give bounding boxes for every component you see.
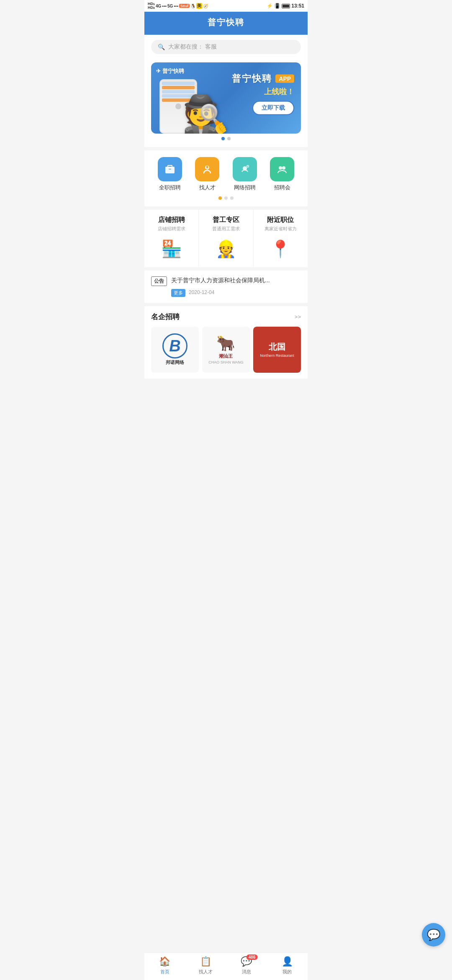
sim-icon: 📳 [274,3,280,9]
announcement-section: 公告 关于普宁市人力资源和社会保障局机... 更多 2020-12-04 [144,271,308,303]
network-4g: 4G [156,4,161,8]
app-title: 普宁快聘 [151,17,301,28]
svg-rect-2 [169,169,171,170]
signal-bars: ▪▪▪ [162,4,167,8]
quick-link-worker-img: 👷 [211,236,241,261]
soul-badge: Soul [179,4,190,8]
announcement-more[interactable]: 更多 [171,289,185,297]
bluetooth-icon: ⚡ [267,3,273,9]
nav-icon: 🧭 [203,4,208,8]
cat-dot-2[interactable] [224,196,228,200]
meituan-icon: 美 [196,3,202,9]
quick-link-nearby-sub: 离家近省时省力 [265,226,297,232]
beiguo-sub-text: Northern Restaurant [260,353,294,358]
company-bango[interactable]: B 邦诺网络 [151,327,199,373]
beiguo-name-text: 北国 [269,341,285,353]
cat-dot-3[interactable] [230,196,234,200]
cat-fulltime-label: 全职招聘 [159,184,181,191]
battery-icon [282,4,290,8]
cat-jobfair[interactable]: 招聘会 [270,157,294,191]
announcement-content: 关于普宁市人力资源和社会保障局机... 更多 2020-12-04 [171,276,301,297]
cat-online-label: 网络招聘 [234,184,256,191]
character-emoji: 🕵️ [182,96,229,134]
chaoshanwang-logo: 🐂 潮汕王 CHAO SHAN WANG [202,327,250,373]
svg-point-7 [247,166,248,167]
quick-link-shop-sub: 店铺招聘需求 [158,226,185,232]
category-dots [151,196,301,200]
announcement-date: 2020-12-04 [189,289,214,295]
quick-link-shop[interactable]: 店铺招聘 店铺招聘需求 🏪 [144,210,199,267]
banner-logo: ✈ 普宁快聘 [156,67,184,75]
status-left: HD₁HD₂ 4G ▪▪▪ 5G ▪▪▪ Soul 🐧 美 🧭 [148,2,208,10]
svg-point-8 [279,166,282,170]
famous-title: 名企招聘 [151,312,180,322]
quick-link-nearby-img: 📍 [266,236,295,261]
famous-header: 名企招聘 >> [151,312,301,322]
quick-link-shop-img: 🏪 [157,236,186,261]
famous-more[interactable]: >> [295,314,301,320]
cat-jobfair-label: 招聘会 [274,184,290,191]
banner-character: 🕵️ [185,75,226,134]
chaoshanwang-pinyin: CHAO SHAN WANG [208,360,244,364]
time-display: 13:51 [291,3,304,9]
qq-icon: 🐧 [190,4,195,8]
cat-talent[interactable]: 找人才 [195,157,219,191]
banner-app-badge: APP [275,75,294,83]
status-bar: HD₁HD₂ 4G ▪▪▪ 5G ▪▪▪ Soul 🐧 美 🧭 ⚡ 📳 13:5… [144,0,308,12]
chaoshanwang-name: 潮汕王 [219,353,233,359]
quick-link-nearby-title: 附近职位 [267,216,294,224]
search-placeholder: 大家都在搜： 客服 [168,43,217,51]
famous-grid: B 邦诺网络 🐂 潮汕王 CHAO SHAN WANG [151,327,301,373]
company-beiguo[interactable]: 北国 Northern Restaurant [253,327,301,373]
bull-icon: 🐂 [216,335,235,352]
banner-subtitle: 上线啦！ [232,87,294,97]
quick-link-worker[interactable]: 普工专区 普通用工需求 👷 [199,210,253,267]
bango-name: 邦诺网络 [166,359,184,366]
battery-fill [282,5,289,8]
search-icon: 🔍 [158,44,165,50]
cat-jobfair-icon [270,157,294,181]
beiguo-logo: 北国 Northern Restaurant [253,327,301,373]
banner-main-text: 普宁快聘 [232,72,272,85]
cat-dot-1[interactable] [218,196,222,200]
status-right: ⚡ 📳 13:51 [267,3,304,9]
cat-fulltime-icon [158,157,182,181]
announcement-title[interactable]: 关于普宁市人力资源和社会保障局机... [171,276,301,285]
banner[interactable]: ✈ 普宁快聘 🕵️ 普宁快聘 APP 上线啦！ [151,62,301,134]
bango-logo: B 邦诺网络 [158,335,192,364]
quick-link-worker-sub: 普通用工需求 [212,226,240,232]
quick-link-nearby[interactable]: 附近职位 离家近省时省力 📍 [254,210,308,267]
svg-rect-1 [168,165,172,168]
banner-dot-1[interactable] [221,137,225,140]
categories-section: 全职招聘 找人才 [144,150,308,206]
banner-dots [151,137,301,140]
search-container: 🔍 大家都在搜： 客服 [144,35,308,59]
company-chaoshanwang[interactable]: 🐂 潮汕王 CHAO SHAN WANG [202,327,250,373]
svg-rect-4 [206,166,208,168]
quick-links-section: 店铺招聘 店铺招聘需求 🏪 普工专区 普通用工需求 👷 附近职位 离家近省时省力… [144,210,308,267]
network-5g: 5G [167,4,173,8]
phone-home-button [175,103,181,109]
svg-point-9 [282,166,285,170]
signal-bars-2: ▪▪▪ [174,4,178,8]
category-row: 全职招聘 找人才 [151,157,301,191]
cat-talent-icon [195,157,219,181]
announcement-badge: 公告 [151,276,167,286]
cat-talent-label: 找人才 [199,184,216,191]
banner-container: ✈ 普宁快聘 🕵️ 普宁快聘 APP 上线啦！ [144,59,308,147]
quick-link-shop-title: 店铺招聘 [158,216,185,224]
cat-online-icon [233,157,257,181]
cat-online[interactable]: 网络招聘 [233,157,257,191]
app-header: 普宁快聘 [144,12,308,35]
banner-download-btn[interactable]: 立即下载 [252,101,294,115]
search-bar[interactable]: 🔍 大家都在搜： 客服 [151,40,301,54]
famous-companies-section: 名企招聘 >> B 邦诺网络 🐂 [144,306,308,379]
quick-link-worker-title: 普工专区 [213,216,239,224]
cat-fulltime[interactable]: 全职招聘 [158,157,182,191]
hd1-indicator: HD₁HD₂ [148,2,155,10]
banner-dot-2[interactable] [227,137,231,140]
banner-text-area: 普宁快聘 APP 上线啦！ 立即下载 [232,72,294,115]
